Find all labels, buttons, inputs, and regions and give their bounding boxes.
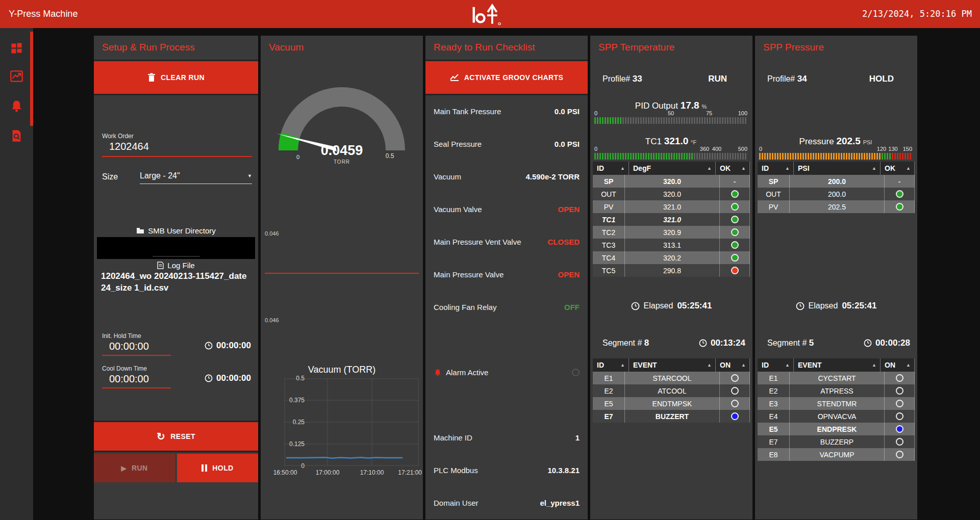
header-id[interactable]: ID▲ <box>758 358 794 372</box>
event-row: E4 OPNVACVA <box>758 410 915 423</box>
table-row: TC2 320.9 <box>593 226 750 239</box>
panel-title: SPP Pressure <box>763 42 824 53</box>
work-order-field[interactable]: Work Order 1202464 <box>102 133 252 157</box>
profile-label: Profile# 33 <box>602 74 642 84</box>
clear-run-button[interactable]: CLEAR RUN <box>94 61 258 94</box>
row-label: Main Pressure Valve <box>434 270 504 279</box>
header-id[interactable]: ID▲ <box>593 162 629 175</box>
gauge-value: 0.0459 <box>321 143 363 158</box>
init-hold-label: Init. Hold Time <box>102 332 171 340</box>
gauge-units: TORR <box>334 159 350 165</box>
segment-timer: 00:00:28 <box>864 338 910 348</box>
header-ok[interactable]: OK▲ <box>716 162 750 175</box>
header-id[interactable]: ID▲ <box>593 358 629 372</box>
log-file-label: Log File <box>167 261 194 270</box>
event-row: E2 ATPRESS <box>758 384 915 397</box>
info-row: Machine ID 1 <box>434 431 580 444</box>
checklist-row: Seal Pressure 0.0 PSI <box>434 137 580 150</box>
event-row: E2 ATCOOL <box>593 384 750 397</box>
y-tick: 0.375 <box>284 397 305 404</box>
clock-icon <box>631 302 640 310</box>
x-tick: 17:21:00 <box>398 469 422 476</box>
profile-value: 33 <box>633 74 642 84</box>
row-label: Cooling Fan Relay <box>434 303 496 311</box>
clock-icon <box>205 374 213 382</box>
run-button[interactable]: ▶ RUN <box>94 454 175 482</box>
row-label: Domain User <box>434 499 479 507</box>
table-header: ID▲ DegF▲ OK▲ <box>593 162 750 175</box>
smb-directory-link[interactable]: SMB User Directory <box>94 226 258 235</box>
iot-logo <box>470 3 504 26</box>
vacuum-trend-chart: 0.5 0.375 0.25 0.125 0 16:50:00 17:00:00… <box>284 378 419 466</box>
dashboard-icon[interactable] <box>10 41 23 55</box>
hold-button[interactable]: HOLD <box>177 454 258 482</box>
x-tick: 17:00:00 <box>316 469 340 476</box>
event-led <box>731 412 739 420</box>
table-row: TC3 313.1 <box>593 239 750 251</box>
row-label: Vacuum <box>434 172 461 181</box>
event-led <box>731 374 739 382</box>
header-event[interactable]: EVENT▲ <box>629 358 716 372</box>
vacuum-gauge: 0.0459 TORR 0 0.5 <box>275 87 408 169</box>
cool-down-field[interactable]: Cool Down Time 00:00:00 <box>102 365 171 388</box>
alarm-active-row: Alarm Active <box>434 366 580 379</box>
size-select[interactable]: Large - 24" ▼ <box>140 171 252 184</box>
table-header: ID▲ PSI▲ OK▲ <box>758 162 915 175</box>
trash-icon <box>147 73 156 82</box>
trends-icon[interactable] <box>10 69 23 83</box>
sort-arrow-icon: ▲ <box>707 166 712 171</box>
checklist-row: Vacuum 4.590e-2 TORR <box>434 170 580 183</box>
sidebar-active-indicator[interactable] <box>30 32 33 126</box>
clock-icon <box>699 339 707 347</box>
bar-title: PID Output 17.8 % <box>594 100 747 111</box>
row-value: 0.0 PSI <box>555 140 580 148</box>
event-row: E7 BUZZERT <box>593 410 750 423</box>
event-row: E1 CYCSTART <box>758 372 915 384</box>
header-ok[interactable]: OK▲ <box>881 162 915 175</box>
setpoint-line <box>265 273 419 274</box>
cool-down-timer-value: 00:00:00 <box>216 373 251 383</box>
chart-icon <box>450 74 459 81</box>
sort-arrow-icon: ▲ <box>620 166 625 171</box>
table-header: ID▲ EVENT▲ ON▲ <box>758 358 915 372</box>
sort-arrow-icon: ▲ <box>620 362 625 368</box>
table-row: SP 320.0 - <box>593 175 750 188</box>
sort-arrow-icon: ▲ <box>906 166 911 171</box>
checklist-row: Main Pressure Valve OPEN <box>434 268 580 281</box>
header-id[interactable]: ID▲ <box>758 162 794 175</box>
segment-row: Segment # 8 00:13:24 <box>602 336 745 350</box>
cool-down-input[interactable]: 00:00:00 <box>102 372 171 388</box>
sort-arrow-icon: ▲ <box>707 362 712 368</box>
header-on[interactable]: ON▲ <box>881 358 915 372</box>
status-led <box>731 203 739 211</box>
activate-groov-charts-button[interactable]: ACTIVATE GROOV CHARTS <box>425 61 588 94</box>
row-value: OPEN <box>558 205 580 214</box>
bar-title: Pressure 202.5 PSI <box>759 136 912 147</box>
reset-button[interactable]: ↻ RESET <box>94 422 258 451</box>
play-icon: ▶ <box>121 464 127 472</box>
gauge-min: 0 <box>296 154 299 160</box>
panel-title: Vacuum <box>269 42 304 53</box>
header-on[interactable]: ON▲ <box>716 358 750 372</box>
elapsed-row: Elapsed 05:25:41 <box>590 301 752 311</box>
init-hold-field[interactable]: Init. Hold Time 00:00:00 <box>102 332 171 356</box>
row-value: CLOSED <box>547 238 580 246</box>
init-hold-input[interactable]: 00:00:00 <box>102 340 171 356</box>
y-tick: 0.25 <box>284 419 305 426</box>
x-tick: 17:10:00 <box>360 469 384 476</box>
header-event[interactable]: EVENT▲ <box>794 358 881 372</box>
table-header: ID▲ EVENT▲ ON▲ <box>593 358 750 372</box>
header-value[interactable]: PSI▲ <box>794 162 881 175</box>
sort-arrow-icon: ▲ <box>741 166 746 171</box>
reset-row: ↻ RESET <box>94 421 258 452</box>
clock-icon <box>205 342 213 350</box>
row-label: Seal Pressure <box>434 140 482 148</box>
row-value: el_ypress1 <box>540 499 580 507</box>
alarm-bell-icon[interactable] <box>10 99 23 113</box>
work-order-input[interactable]: 1202464 <box>102 140 252 157</box>
smb-directory-label: SMB User Directory <box>148 226 216 235</box>
panel-title: Ready to Run Checklist <box>434 42 535 53</box>
event-log-icon[interactable] <box>10 129 23 143</box>
event-row: E7 BUZZERP <box>758 435 915 448</box>
header-value[interactable]: DegF▲ <box>629 162 716 175</box>
